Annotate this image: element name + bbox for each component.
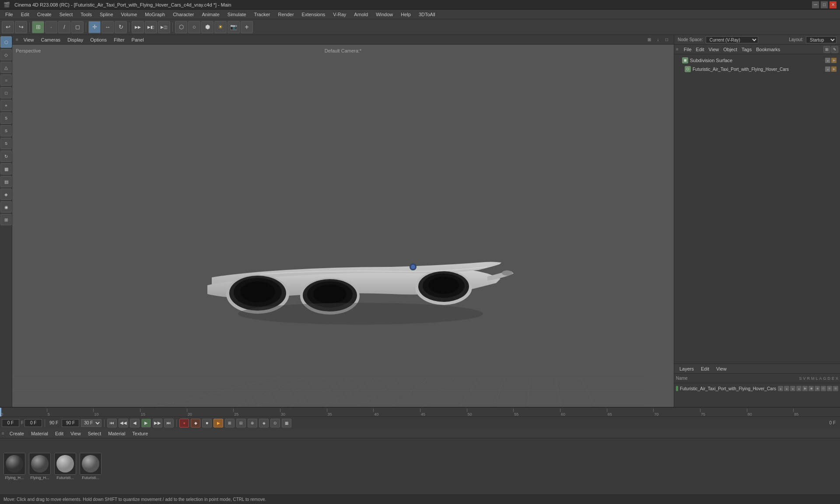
obj-menu-tags[interactable]: Tags <box>740 46 753 53</box>
timeline-icon3[interactable]: ⊟ <box>236 419 246 427</box>
viewport-icon-3[interactable]: □ <box>663 36 670 43</box>
poly-mode-button[interactable]: ◻ <box>71 21 84 33</box>
menu-item-edit[interactable]: Edit <box>18 11 33 18</box>
obj-menu-file[interactable]: File <box>682 46 693 53</box>
obj-manager-hamburger[interactable]: ≡ <box>676 47 679 52</box>
mat-menu-texture[interactable]: Texture <box>130 430 150 437</box>
obj-menu-edit[interactable]: Edit <box>694 46 706 53</box>
obj-menu-object[interactable]: Object <box>721 46 739 53</box>
camera-button[interactable]: 📷 <box>228 21 240 33</box>
menu-item-simulate[interactable]: Simulate <box>224 11 250 18</box>
menu-item-tracker[interactable]: Tracker <box>251 11 274 18</box>
model-mode-button[interactable]: ⊞ <box>32 21 44 33</box>
object-item-subdivision[interactable]: ▦ Subdivision Surface ● ▶ <box>676 56 838 65</box>
frame-rate-input[interactable] <box>24 419 42 427</box>
layer-item-main[interactable]: Futuristic_Air_Taxi_Port_with_Flying_Hov… <box>676 384 838 393</box>
keyframe-button[interactable]: ■ <box>202 419 212 427</box>
point-mode-button[interactable]: · <box>45 21 57 33</box>
obj-menu-view[interactable]: View <box>707 46 721 53</box>
menu-item-window[interactable]: Window <box>372 11 396 18</box>
rotate-tool-button[interactable]: ↻ <box>115 21 127 33</box>
cube-button[interactable]: ⬡ <box>175 21 187 33</box>
undo-button[interactable]: ↩ <box>2 21 14 33</box>
menu-item-arnold[interactable]: Arnold <box>350 11 371 18</box>
step-back-button[interactable]: ◀◀ <box>119 419 128 427</box>
menu-item-mograph[interactable]: MoGraph <box>141 11 168 18</box>
obj-toolbar-icon2[interactable]: ✎ <box>831 46 838 53</box>
fps-select[interactable]: 30 F 24 F 60 F <box>81 419 102 427</box>
viewport-menu-display[interactable]: Display <box>66 36 85 43</box>
sidebar-btn-rotate[interactable]: ↻ <box>0 150 12 162</box>
sidebar-btn-poly[interactable]: △ <box>0 62 12 73</box>
material-thumb-2[interactable]: Flying_H... <box>29 453 51 480</box>
viewport-menu-panel[interactable]: Panel <box>130 36 146 43</box>
record-button[interactable]: ● <box>179 419 189 427</box>
layers-menu-edit[interactable]: Edit <box>699 365 711 372</box>
sidebar-btn-lines[interactable]: ▤ <box>0 176 12 187</box>
sphere-button[interactable]: ○ <box>188 21 200 33</box>
mat-menu-material[interactable]: Material <box>29 430 50 437</box>
menu-item-file[interactable]: File <box>2 11 17 18</box>
sidebar-btn-s3[interactable]: S <box>0 138 12 149</box>
object-item-main[interactable]: ⬡ Futuristic_Air_Taxi_Port_with_Flying_H… <box>676 65 838 74</box>
viewport-menu-options[interactable]: Options <box>88 36 108 43</box>
add-button[interactable]: + <box>241 21 253 33</box>
mat-menu-edit[interactable]: Edit <box>53 430 65 437</box>
node-space-select[interactable]: Current (V-Ray) <box>706 36 758 43</box>
sidebar-btn-s2[interactable]: S <box>0 125 12 136</box>
layers-menu-view[interactable]: View <box>714 365 728 372</box>
sidebar-btn-select[interactable]: ⬡ <box>0 36 12 48</box>
scale-tool-button[interactable]: ↔ <box>102 21 114 33</box>
render-view-button[interactable]: ▶◫ <box>158 21 170 33</box>
layout-select[interactable]: Startup <box>806 36 836 43</box>
viewport-hamburger[interactable]: ≡ <box>16 37 18 42</box>
menu-item-render[interactable]: Render <box>274 11 297 18</box>
menu-item-character[interactable]: Character <box>169 11 197 18</box>
timeline-icon6[interactable]: ⊙ <box>270 419 280 427</box>
play-back-button[interactable]: ◀ <box>130 419 140 427</box>
timeline-ruler[interactable]: 051015202530354045505560657075808590 <box>0 407 840 417</box>
obj-menu-bookmarks[interactable]: Bookmarks <box>754 46 782 53</box>
material-thumb-4[interactable]: Futuristi... <box>80 453 102 480</box>
auto-key-button[interactable]: ◆ <box>191 419 200 427</box>
menu-item-help[interactable]: Help <box>397 11 414 18</box>
close-button[interactable]: ✕ <box>830 1 836 8</box>
menu-item-3dtoall[interactable]: 3DToAll <box>415 11 439 18</box>
mat-menu-material2[interactable]: Material <box>106 430 127 437</box>
maximize-button[interactable]: □ <box>821 1 828 8</box>
sidebar-btn-add[interactable]: + <box>0 100 12 111</box>
sidebar-btn-s1[interactable]: S <box>0 112 12 124</box>
menu-item-volume[interactable]: Volume <box>118 11 141 18</box>
viewport-icon-1[interactable]: ⊞ <box>646 36 653 43</box>
menu-item-select[interactable]: Select <box>56 11 77 18</box>
move-tool-button[interactable]: ✛ <box>88 21 101 33</box>
sidebar-btn-circle[interactable]: ◉ <box>0 201 12 213</box>
viewport-menu-filter[interactable]: Filter <box>112 36 126 43</box>
menu-item-v-ray[interactable]: V-Ray <box>329 11 350 18</box>
timeline-icon5[interactable]: ◈ <box>259 419 269 427</box>
sidebar-btn-target[interactable]: ◈ <box>0 189 12 200</box>
light-button[interactable]: ☀ <box>214 21 227 33</box>
render-region-button[interactable]: ▶◧ <box>145 21 157 33</box>
viewport-icon-2[interactable]: ↓ <box>654 36 662 43</box>
sidebar-btn-dots[interactable]: ⊞ <box>0 214 12 225</box>
current-frame-input[interactable] <box>2 419 19 427</box>
sidebar-btn-shape[interactable]: ○ <box>0 74 12 86</box>
viewport-menu-view[interactable]: View <box>22 36 36 43</box>
mat-menu-select[interactable]: Select <box>86 430 103 437</box>
timeline-icon1[interactable]: ▶ <box>214 419 223 427</box>
go-start-button[interactable]: ⏮ <box>107 419 117 427</box>
menu-item-animate[interactable]: Animate <box>198 11 223 18</box>
render-button[interactable]: ▶▶ <box>132 21 144 33</box>
layers-menu-layers[interactable]: Layers <box>678 365 696 372</box>
menu-item-create[interactable]: Create <box>34 11 55 18</box>
menu-item-spline[interactable]: Spline <box>96 11 117 18</box>
menu-item-extensions[interactable]: Extensions <box>298 11 329 18</box>
edge-mode-button[interactable]: / <box>58 21 70 33</box>
material-thumb-3[interactable]: Futuristi... <box>54 453 76 480</box>
cylinder-button[interactable]: ⬢ <box>201 21 214 33</box>
go-end-button[interactable]: ⏭ <box>164 419 174 427</box>
timeline-icon7[interactable]: ▦ <box>282 419 291 427</box>
timeline-icon4[interactable]: ⊕ <box>248 419 257 427</box>
mat-menu-create[interactable]: Create <box>8 430 26 437</box>
